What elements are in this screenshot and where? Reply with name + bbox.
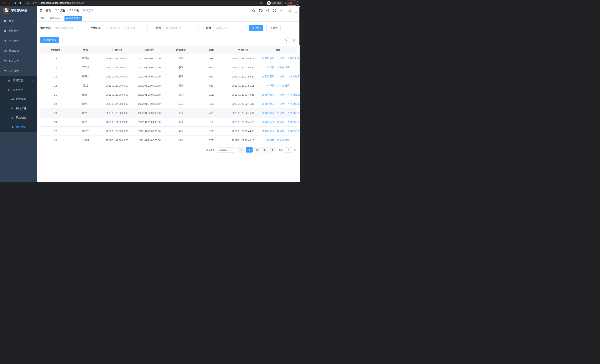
cancel-leave-link[interactable]: 取消请假 bbox=[262, 75, 274, 78]
sidebar-item-task-management[interactable]: 任务管理 bbox=[0, 85, 37, 94]
page-button-2[interactable]: 2 bbox=[254, 147, 260, 152]
detail-link[interactable]: 详情 bbox=[277, 120, 285, 124]
more-menu-icon[interactable] bbox=[294, 2, 296, 4]
cell-id: 23 bbox=[40, 72, 70, 81]
sidebar-item-label: 工作流程 bbox=[9, 69, 19, 73]
date-range-input[interactable]: 开始日期 - 结束日期 bbox=[103, 25, 148, 31]
reason-input[interactable] bbox=[213, 25, 246, 31]
next-page-button[interactable] bbox=[269, 147, 276, 152]
tab-leave-query[interactable]: 请假查询× bbox=[65, 16, 82, 21]
page-button-1[interactable]: 1 bbox=[246, 147, 253, 152]
breadcrumb-item[interactable]: 首页 bbox=[46, 9, 51, 12]
detail-link[interactable]: 详情 bbox=[277, 57, 285, 60]
font-size-icon[interactable]: TT bbox=[280, 9, 283, 12]
sidebar-item-payment[interactable]: ¥支付管理 bbox=[0, 36, 37, 46]
home-icon[interactable] bbox=[18, 0, 22, 5]
detail-link[interactable]: 详情 bbox=[267, 139, 274, 142]
security-label[interactable]: 不安全 bbox=[30, 1, 37, 5]
close-icon[interactable]: × bbox=[60, 17, 62, 19]
breadcrumb-item[interactable]: OA 示例 bbox=[69, 9, 79, 12]
reload-icon[interactable] bbox=[12, 0, 17, 5]
sidebar-item-infrastructure[interactable]: 基础设施 bbox=[0, 46, 37, 56]
search-button[interactable]: 搜索 bbox=[249, 25, 263, 31]
detail-link[interactable]: 详情 bbox=[267, 66, 274, 69]
leave-type-select[interactable]: 请选择请假类型 bbox=[53, 25, 87, 31]
cell-start-time: 2022-01-04 00:00:00 bbox=[101, 136, 133, 145]
detail-link[interactable]: 详情 bbox=[277, 129, 285, 133]
tags-view-bar: 首页流程详情×请假查询× bbox=[37, 15, 300, 21]
breadcrumb-item[interactable]: 工作流程 bbox=[55, 9, 66, 12]
bookmark-star-icon[interactable] bbox=[260, 2, 262, 4]
back-icon[interactable] bbox=[2, 0, 7, 5]
goto-page-input[interactable] bbox=[285, 147, 293, 152]
page-size-select[interactable]: 10条/页 bbox=[217, 147, 235, 152]
cell-end-time: 2022-01-04 00:00:00 bbox=[133, 99, 166, 108]
search-icon[interactable] bbox=[252, 9, 255, 12]
approval-progress-link[interactable]: 审批进度 bbox=[287, 102, 300, 105]
create-leave-button[interactable]: 发起请假 bbox=[40, 37, 59, 43]
close-icon[interactable]: × bbox=[79, 17, 80, 19]
detail-link[interactable]: 详情 bbox=[277, 93, 285, 96]
approval-progress-link[interactable]: 审批进度 bbox=[287, 93, 300, 96]
cancel-leave-link[interactable]: 取消请假 bbox=[262, 93, 274, 96]
sidebar-item-my-process[interactable]: 我的流程 bbox=[0, 94, 37, 104]
update-button[interactable]: 更新 bbox=[285, 0, 298, 6]
table-row: 24已取消2022-01-03 00:00:002022-01-26 00:00… bbox=[40, 63, 297, 72]
cell-actions: 取消请假详情审批进度 bbox=[260, 72, 297, 81]
cell-actions: 取消请假详情审批进度 bbox=[260, 54, 297, 63]
tab-process-detail[interactable]: 流程详情× bbox=[48, 16, 63, 21]
github-icon[interactable] bbox=[259, 9, 262, 12]
fullscreen-icon[interactable] bbox=[273, 9, 276, 12]
approval-progress-link[interactable]: 审批进度 bbox=[277, 66, 290, 69]
detail-link[interactable]: 详情 bbox=[277, 102, 285, 105]
help-icon[interactable]: ? bbox=[266, 9, 269, 12]
result-select[interactable]: 请选择流结果 bbox=[163, 25, 198, 31]
detail-link[interactable]: 详情 bbox=[277, 111, 285, 114]
page-button-3[interactable]: 3 bbox=[262, 147, 268, 152]
detail-link[interactable]: 详情 bbox=[277, 75, 285, 78]
sidebar-item-system[interactable]: 系统管理 bbox=[0, 26, 37, 36]
collapse-sidebar-icon[interactable] bbox=[39, 9, 43, 12]
tab-home[interactable]: 首页 bbox=[39, 16, 47, 21]
approval-progress-link[interactable]: 审批进度 bbox=[287, 129, 300, 133]
approval-progress-link[interactable]: 审批进度 bbox=[287, 75, 300, 78]
divider bbox=[38, 2, 39, 4]
approval-progress-link[interactable]: 审批进度 bbox=[287, 120, 300, 124]
prev-page-button[interactable] bbox=[238, 147, 245, 152]
approval-progress-link[interactable]: 审批进度 bbox=[287, 57, 300, 60]
sidebar-item-devtools[interactable]: 研发工具 bbox=[0, 56, 37, 66]
sidebar-item-process-management[interactable]: 流程管理 bbox=[0, 76, 37, 85]
sidebar-item-home[interactable]: 首页 bbox=[0, 16, 37, 26]
reset-button[interactable]: 重置 bbox=[266, 25, 281, 31]
sidebar-item-todo-task[interactable]: 待办任务 bbox=[0, 104, 37, 113]
refresh-table-button[interactable] bbox=[291, 37, 297, 43]
edit-icon bbox=[287, 57, 290, 59]
app-logo[interactable]: 芋道管理系统 bbox=[0, 6, 37, 15]
cell-status: 已取消 bbox=[70, 63, 101, 72]
address-bar[interactable]: 不安全 dashboard.yudao.iocoder.cn/bpm/oa/le… bbox=[24, 1, 264, 5]
show-search-button[interactable] bbox=[283, 37, 289, 43]
cancel-leave-link[interactable]: 取消请假 bbox=[262, 57, 274, 60]
url[interactable]: dashboard.yudao.iocoder.cn/bpm/oa/leave bbox=[41, 2, 84, 4]
cancel-leave-link[interactable]: 取消请假 bbox=[262, 111, 274, 114]
edit-icon bbox=[287, 130, 290, 132]
forward-icon[interactable] bbox=[7, 0, 12, 5]
cancel-leave-link[interactable]: 取消请假 bbox=[262, 129, 274, 133]
user-avatar[interactable] bbox=[287, 7, 297, 14]
table-row: 19处理中2022-01-22 00:00:002022-01-22 00:00… bbox=[40, 108, 297, 118]
window-scrollbar-thumb[interactable] bbox=[299, 7, 300, 45]
cell-end-time: 2022-01-26 00:00:00 bbox=[133, 72, 166, 81]
sidebar-item-done-task[interactable]: 已办任务 bbox=[0, 113, 37, 122]
table-row: 17处理中2022-01-22 00:00:002022-01-22 00:00… bbox=[40, 127, 297, 136]
sidebar-item-leave-query[interactable]: 请假查询 bbox=[0, 122, 37, 131]
sidebar-item-workflow[interactable]: 工作流程 bbox=[0, 66, 37, 76]
edit-icon bbox=[287, 103, 290, 105]
content: 请假类型 请选择请假类型 申请时间 开始日期 - 结束日期 bbox=[37, 21, 300, 152]
approval-progress-link[interactable]: 审批进度 bbox=[277, 139, 290, 142]
cancel-leave-link[interactable]: 取消请假 bbox=[262, 102, 274, 105]
detail-link[interactable]: 详情 bbox=[267, 84, 274, 87]
approval-progress-link[interactable]: 审批进度 bbox=[287, 111, 300, 114]
cancel-leave-link[interactable]: 取消请假 bbox=[262, 120, 274, 124]
cell-leave-type: 事假 bbox=[166, 118, 196, 127]
approval-progress-link[interactable]: 审批进度 bbox=[277, 84, 290, 87]
